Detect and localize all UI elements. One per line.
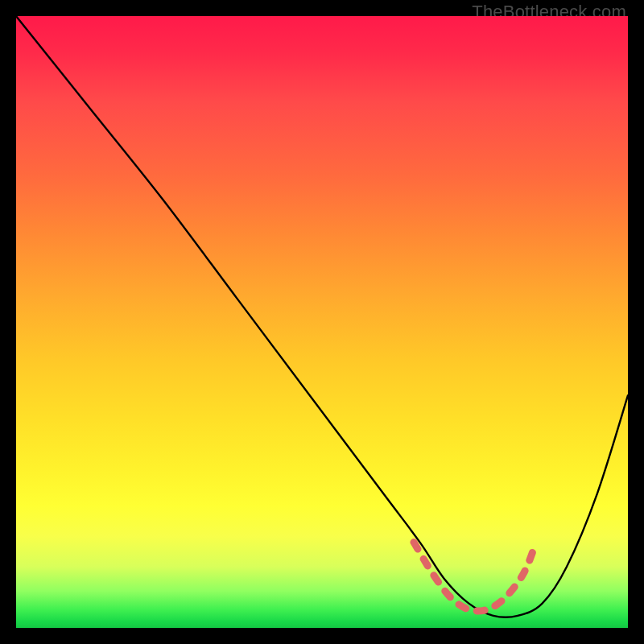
bottleneck-chart: TheBottleneck.com <box>0 0 644 644</box>
highlight-segment <box>414 543 536 612</box>
plot-area <box>16 16 628 628</box>
curve-layer <box>16 16 628 628</box>
bottleneck-curve <box>16 16 628 617</box>
